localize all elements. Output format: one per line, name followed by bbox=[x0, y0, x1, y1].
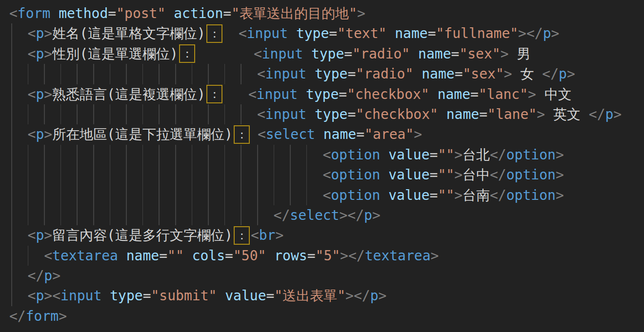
code-token: 台南 bbox=[463, 185, 490, 205]
code-token: > bbox=[379, 286, 387, 306]
code-token: > bbox=[52, 266, 60, 286]
code-token: "送出表單" bbox=[274, 286, 345, 306]
code-token: > bbox=[44, 84, 52, 104]
code-token: input bbox=[265, 104, 306, 124]
indent-guides bbox=[9, 64, 257, 84]
code-token: < bbox=[254, 44, 262, 64]
code-token: = bbox=[307, 246, 316, 266]
code-token: option bbox=[506, 145, 556, 165]
indent-guides bbox=[9, 165, 322, 185]
code-line-7[interactable]: <p>所在地區(這是下拉選單欄位)：<select name="area"> bbox=[9, 124, 644, 144]
code-token: p bbox=[36, 44, 44, 64]
code-token: p bbox=[36, 84, 44, 104]
code-token: input bbox=[247, 23, 288, 43]
code-token: type bbox=[288, 23, 329, 43]
code-token: > bbox=[275, 225, 283, 245]
code-token: name bbox=[429, 84, 470, 104]
code-token: "submit" bbox=[151, 286, 217, 306]
code-token: input bbox=[265, 64, 306, 84]
code-token: </ bbox=[490, 165, 506, 185]
code-token: = bbox=[470, 84, 479, 104]
code-token: > bbox=[556, 185, 564, 205]
code-token: </ bbox=[542, 64, 559, 84]
indent-guides bbox=[9, 286, 28, 306]
indent-guides bbox=[9, 205, 274, 225]
code-token: </ bbox=[274, 205, 290, 225]
code-token: > bbox=[501, 44, 509, 64]
code-token: form bbox=[18, 3, 50, 23]
unicode-highlight-box: ： bbox=[206, 24, 222, 43]
code-line-3[interactable]: <p>性別(這是單選欄位)：<input type="radio" name="… bbox=[9, 44, 644, 64]
code-token: "area" bbox=[364, 124, 414, 144]
code-token: p bbox=[543, 23, 551, 43]
code-token: > bbox=[372, 205, 381, 225]
code-token: = bbox=[430, 145, 438, 165]
code-editor[interactable]: <form method="post" action="表單送出的目的地"><p… bbox=[0, 0, 644, 332]
code-line-1[interactable]: <form method="post" action="表單送出的目的地"> bbox=[9, 3, 644, 23]
code-token: > bbox=[357, 3, 365, 23]
code-line-16[interactable]: </form> bbox=[9, 306, 644, 326]
code-token: name bbox=[410, 44, 451, 64]
code-token: action bbox=[165, 3, 223, 23]
code-token: value bbox=[380, 145, 429, 165]
code-token: = bbox=[339, 84, 347, 104]
code-token: > bbox=[44, 286, 52, 306]
code-token: "sex" bbox=[459, 44, 500, 64]
code-line-15[interactable]: <p><input type="submit" value="送出表單"></p… bbox=[9, 286, 644, 306]
code-token: ></ bbox=[518, 23, 543, 43]
code-token: 女 bbox=[512, 64, 543, 84]
code-token: = bbox=[143, 286, 151, 306]
code-token: > bbox=[454, 185, 463, 205]
code-token: type bbox=[101, 286, 142, 306]
code-token: "" bbox=[438, 165, 454, 185]
unicode-highlight-box: ： bbox=[179, 44, 195, 63]
code-token: select bbox=[290, 205, 339, 225]
code-token: < bbox=[322, 165, 331, 185]
code-token: </ bbox=[589, 104, 605, 124]
code-token: < bbox=[239, 23, 247, 43]
code-token: = bbox=[455, 64, 463, 84]
code-token: < bbox=[258, 124, 266, 144]
code-token: name bbox=[413, 64, 454, 84]
code-token: select bbox=[266, 124, 315, 144]
code-line-8[interactable]: <option value="">台北</option> bbox=[9, 145, 644, 165]
code-token: value bbox=[380, 165, 429, 185]
unicode-highlight-box: ： bbox=[234, 226, 250, 245]
code-line-14[interactable]: </p> bbox=[9, 266, 644, 286]
code-token: "post" bbox=[116, 3, 165, 23]
code-token: type bbox=[306, 64, 347, 84]
indent-guides bbox=[9, 246, 44, 266]
code-token: < bbox=[28, 23, 36, 43]
code-token: < bbox=[322, 185, 331, 205]
code-token: option bbox=[506, 165, 556, 185]
code-line-4[interactable]: <input type="radio" name="sex"> 女 </p> bbox=[9, 64, 644, 84]
code-token: > bbox=[537, 104, 545, 124]
code-token: = bbox=[266, 286, 275, 306]
code-line-2[interactable]: <p>姓名(這是單格文字欄位)：<input type="text" name=… bbox=[9, 23, 644, 43]
code-token: = bbox=[430, 165, 438, 185]
code-token: p bbox=[36, 23, 44, 43]
code-token: </ bbox=[490, 185, 506, 205]
code-token: > bbox=[414, 124, 422, 144]
code-token: > bbox=[431, 246, 439, 266]
code-token: "50" bbox=[233, 246, 266, 266]
code-token: ></ bbox=[339, 205, 364, 225]
code-token: option bbox=[331, 145, 380, 165]
code-line-9[interactable]: <option value="">台中</option> bbox=[9, 165, 644, 185]
code-line-11[interactable]: </select></p> bbox=[9, 205, 644, 225]
unicode-highlight-box: ： bbox=[206, 85, 222, 103]
code-token: > bbox=[44, 124, 52, 144]
code-token: < bbox=[257, 104, 265, 124]
code-line-12[interactable]: <p>留言內容(這是多行文字欄位)：<br> bbox=[9, 225, 644, 245]
code-token: = bbox=[329, 23, 337, 43]
code-token: > bbox=[44, 44, 52, 64]
code-token: = bbox=[479, 104, 487, 124]
code-line-5[interactable]: <p>熟悉語言(這是複選欄位)：<input type="checkbox" n… bbox=[9, 84, 644, 104]
code-line-13[interactable]: <textarea name="" cols="50" rows="5"></t… bbox=[9, 246, 644, 266]
code-token: p bbox=[605, 104, 614, 124]
code-line-10[interactable]: <option value="">台南</option> bbox=[9, 185, 644, 205]
code-token: "" bbox=[167, 246, 184, 266]
code-token: p bbox=[36, 124, 44, 144]
unicode-highlight-box: ： bbox=[234, 125, 250, 144]
code-line-6[interactable]: <input type="checkbox" name="lane"> 英文 <… bbox=[9, 104, 644, 124]
